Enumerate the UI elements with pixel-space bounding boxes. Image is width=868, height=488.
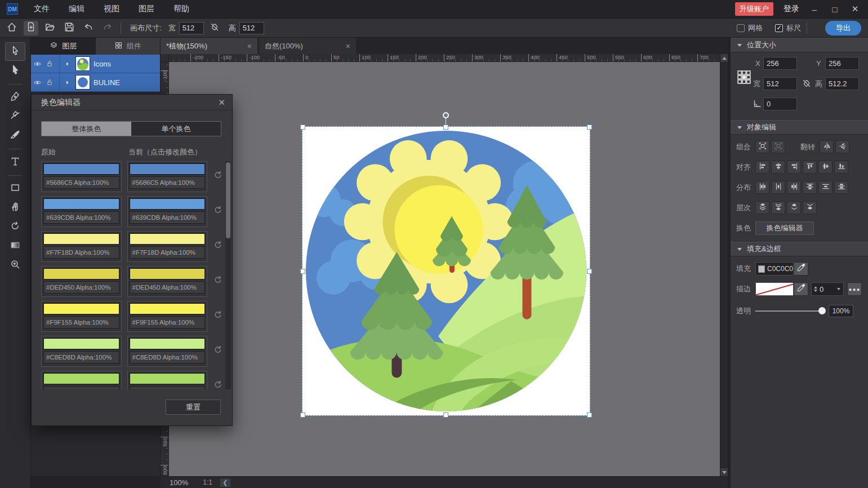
height-input[interactable] <box>825 77 859 90</box>
reset-row-icon[interactable] <box>213 240 223 250</box>
selection-handle-ne[interactable] <box>587 125 592 130</box>
dialog-close-icon[interactable]: ✕ <box>218 97 225 108</box>
gradient-tool-button[interactable] <box>5 237 25 255</box>
artboard[interactable] <box>302 127 590 415</box>
curve-pen-tool-button[interactable] <box>5 107 25 126</box>
current-swatch[interactable]: #F9F155 Alpha:100% <box>127 301 208 332</box>
current-color-bar[interactable] <box>130 268 206 280</box>
menu-layer[interactable]: 图层 <box>139 4 154 14</box>
selection-handle-se[interactable] <box>587 412 592 418</box>
align-center-horizontal-button[interactable] <box>771 161 785 174</box>
tab-nature-document[interactable]: 自然(100%)× <box>259 38 356 54</box>
ungroup-button[interactable] <box>771 140 785 153</box>
menu-help[interactable]: 帮助 <box>173 4 189 14</box>
anchor-grid-icon[interactable] <box>736 69 752 87</box>
distribute-middle-vertical-button[interactable] <box>818 181 833 194</box>
current-swatch[interactable]: #DED450 Alpha:100% <box>127 266 208 297</box>
unlink-icon[interactable] <box>802 78 812 91</box>
tab-components[interactable]: 组件 <box>96 38 161 55</box>
tab-close-icon[interactable]: × <box>247 42 252 51</box>
flip-vertical-button[interactable] <box>835 140 849 153</box>
export-button[interactable]: 导出 <box>825 21 861 36</box>
current-color-bar[interactable] <box>130 233 206 245</box>
stroke-color-box[interactable] <box>755 282 794 296</box>
spinner-arrows[interactable] <box>814 286 817 292</box>
selection-handle-e[interactable] <box>587 269 592 274</box>
current-swatch[interactable]: #C8ED8D Alpha:100% <box>127 336 208 367</box>
dialog-scroll-thumb[interactable] <box>226 162 230 238</box>
fill-color-box[interactable]: C0C0C0 <box>755 262 794 276</box>
maximize-button[interactable]: □ <box>830 5 840 14</box>
undo-button[interactable] <box>81 21 96 36</box>
align-right-button[interactable] <box>787 161 801 174</box>
brush-tool-button[interactable] <box>5 126 25 145</box>
distribute-left-button[interactable] <box>755 181 769 194</box>
align-left-button[interactable] <box>755 161 769 174</box>
rotation-handle[interactable] <box>443 112 449 118</box>
menu-file[interactable]: 文件 <box>34 4 50 14</box>
distribute-right-button[interactable] <box>787 181 801 194</box>
send-backward-button[interactable] <box>803 201 817 214</box>
chevron-down-icon[interactable] <box>837 288 840 290</box>
lock-icon[interactable] <box>43 60 56 68</box>
flip-horizontal-button[interactable] <box>820 140 834 153</box>
zoom-tool-button[interactable] <box>5 256 25 274</box>
zoom-ratio[interactable]: 1:1 <box>203 478 212 486</box>
selection-handle-s[interactable] <box>443 412 448 418</box>
align-bottom-button[interactable] <box>834 161 848 174</box>
canvas-height-input[interactable] <box>239 22 264 34</box>
eye-icon[interactable] <box>31 60 43 68</box>
rotation-input[interactable] <box>763 97 797 110</box>
rotate-tool-button[interactable] <box>5 218 25 236</box>
menu-view[interactable]: 视图 <box>104 4 119 14</box>
stroke-more-options-button[interactable]: ●●● <box>847 282 862 296</box>
tab-global-recolor[interactable]: 整体换色 <box>42 122 131 136</box>
reset-button[interactable]: 重置 <box>166 400 221 415</box>
current-swatch[interactable]: #F7F18D Alpha:100% <box>127 231 208 262</box>
current-swatch[interactable]: #5686C5 Alpha:100% <box>127 161 208 192</box>
lock-icon[interactable] <box>43 78 56 86</box>
canvas-width-input[interactable] <box>179 22 204 34</box>
reset-row-icon[interactable] <box>213 345 223 355</box>
rectangle-tool-button[interactable] <box>5 179 25 198</box>
reset-row-icon[interactable] <box>213 380 223 389</box>
width-input[interactable] <box>763 77 797 90</box>
reset-row-icon[interactable] <box>213 275 223 285</box>
distribute-center-horizontal-button[interactable] <box>771 181 785 194</box>
reset-row-icon[interactable] <box>213 310 223 320</box>
reset-row-icon[interactable] <box>213 170 223 180</box>
opacity-slider-thumb[interactable] <box>818 307 826 314</box>
scroll-down-button[interactable] <box>720 468 728 476</box>
hand-tool-button[interactable] <box>5 198 25 217</box>
distribute-top-button[interactable] <box>803 181 817 194</box>
reset-row-icon[interactable] <box>213 205 223 215</box>
layer-row-icons[interactable]: Icons <box>31 55 160 73</box>
zoom-level[interactable]: 100% <box>170 478 188 487</box>
select-tool-button[interactable] <box>5 42 25 61</box>
login-button[interactable]: 登录 <box>784 4 799 14</box>
chevron-right-icon[interactable] <box>61 79 73 86</box>
stroke-eyedropper-button[interactable] <box>794 282 808 296</box>
current-swatch[interactable]: #639CDB Alpha:100% <box>127 196 208 227</box>
current-color-bar[interactable] <box>130 163 206 175</box>
current-color-bar[interactable] <box>130 373 206 384</box>
selection-handle-w[interactable] <box>300 269 305 274</box>
align-middle-vertical-button[interactable] <box>818 161 833 174</box>
opacity-slider[interactable] <box>755 307 824 315</box>
current-color-bar[interactable] <box>130 303 206 314</box>
save-button[interactable] <box>62 21 77 36</box>
scroll-up-button[interactable] <box>720 54 728 62</box>
text-tool-button[interactable] <box>5 153 25 171</box>
unlink-icon[interactable] <box>210 22 220 34</box>
y-input[interactable] <box>825 57 859 70</box>
tab-close-icon[interactable]: × <box>346 42 350 51</box>
scroll-left-button[interactable]: ❮ <box>220 478 230 487</box>
redo-button[interactable] <box>100 21 115 36</box>
new-file-button[interactable] <box>24 21 38 36</box>
pen-tool-button[interactable] <box>5 88 25 107</box>
eye-icon[interactable] <box>31 78 43 87</box>
grid-checkbox[interactable] <box>737 24 745 32</box>
selection-handle-nw[interactable] <box>300 125 305 130</box>
direct-select-tool-button[interactable] <box>5 61 25 80</box>
ruler-checkbox[interactable]: ✓ <box>775 24 783 32</box>
